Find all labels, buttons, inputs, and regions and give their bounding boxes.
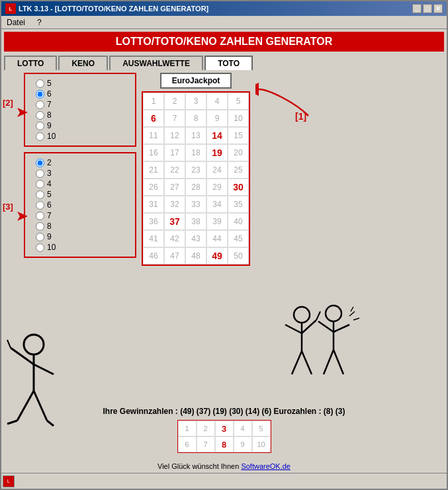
tab-bar: LOTTO KENO AUSWAHLWETTE TOTO [4, 56, 444, 70]
minimize-button[interactable]: _ [412, 4, 422, 13]
radio-g1-5[interactable] [36, 79, 44, 88]
radio-row-9: 9 [36, 120, 128, 131]
num-cell-10: 10 [228, 110, 249, 127]
radio-group-2: 2 3 4 5 6 7 [24, 152, 136, 258]
title-bar-buttons: _ □ ✕ [412, 4, 443, 13]
num-cell-11: 11 [143, 127, 164, 144]
euro-cell-5: 5 [252, 421, 271, 436]
radio-g2-4[interactable] [36, 180, 44, 188]
num-cell-43: 43 [185, 230, 206, 247]
radio-g1-6[interactable] [36, 90, 44, 99]
svg-line-24 [334, 350, 343, 374]
svg-line-8 [34, 391, 47, 421]
num-cell-35: 35 [228, 196, 249, 213]
radio-row-g2-4: 4 [36, 179, 128, 189]
euro-cell-9: 9 [234, 436, 252, 452]
num-cell-24: 24 [206, 161, 228, 179]
taskbar: L [1, 473, 447, 489]
right-panel: [1] [255, 73, 361, 403]
svg-line-10 [47, 421, 54, 426]
num-cell-23: 23 [185, 161, 206, 179]
euro-cell-7: 7 [197, 436, 215, 452]
center-panel: EuroJackpot 1234567891011121314151617181… [142, 73, 250, 403]
num-cell-5: 5 [228, 93, 249, 110]
radio-g2-7[interactable] [36, 212, 44, 220]
taskbar-icon[interactable]: L [3, 475, 15, 487]
num-cell-48: 48 [185, 247, 206, 265]
radio-row-5: 5 [36, 78, 128, 89]
svg-line-27 [351, 307, 353, 311]
radio-g2-8[interactable] [36, 222, 44, 231]
main-window: L LTK 3.13 - [LOTTO/TOTO/KENO ZAHLEN GEN… [0, 0, 448, 490]
num-cell-33: 33 [185, 196, 206, 213]
num-cell-4: 4 [206, 93, 228, 110]
radio-row-g2-6: 6 [36, 200, 128, 210]
svg-line-23 [324, 350, 334, 374]
euro-cell-1: 1 [178, 421, 197, 436]
radio-g1-7[interactable] [36, 101, 44, 109]
radio-row-g2-3: 3 [36, 168, 128, 179]
num-cell-1: 1 [143, 93, 164, 110]
num-cell-7: 7 [164, 110, 185, 127]
radio-g1-10[interactable] [36, 132, 44, 141]
num-cell-20: 20 [228, 144, 249, 161]
euro-cell-4: 4 [234, 421, 252, 436]
tab-auswahlwette[interactable]: AUSWAHLWETTE [109, 56, 203, 70]
num-cell-32: 32 [164, 196, 185, 213]
euro-cell-3: 3 [215, 421, 234, 436]
softwareok-link[interactable]: SoftwareOK.de [241, 462, 291, 470]
svg-point-12 [294, 307, 310, 323]
tab-keno[interactable]: KENO [58, 56, 108, 70]
radio-g1-9[interactable] [36, 122, 44, 130]
num-cell-50: 50 [228, 247, 249, 265]
gewinn-text: Ihre Gewinnzahlen : (49) (37) (19) (30) … [103, 407, 345, 416]
svg-line-9 [7, 421, 17, 424]
num-cell-39: 39 [206, 213, 228, 230]
close-button[interactable]: ✕ [433, 4, 443, 13]
num-cell-12: 12 [164, 127, 185, 144]
num-cell-22: 22 [164, 161, 185, 179]
label-2: [2] [3, 98, 13, 108]
label-1: [1] [295, 111, 306, 122]
svg-point-19 [326, 306, 341, 321]
radio-g2-5[interactable] [36, 190, 44, 199]
num-cell-42: 42 [164, 230, 185, 247]
svg-line-5 [7, 340, 11, 348]
tab-lotto[interactable]: LOTTO [4, 56, 57, 70]
svg-line-6 [34, 364, 54, 374]
svg-line-26 [353, 318, 359, 320]
num-cell-9: 9 [206, 110, 228, 127]
menu-datei[interactable]: Datei [4, 18, 28, 27]
num-cell-27: 27 [164, 179, 185, 196]
main-number-grid: 1234567891011121314151617181920212223242… [142, 91, 250, 266]
menu-bar: Datei ? [1, 16, 447, 29]
radio-row-g2-5: 5 [36, 189, 128, 200]
num-cell-2: 2 [164, 93, 185, 110]
num-cell-21: 21 [143, 161, 164, 179]
num-cell-38: 38 [185, 213, 206, 230]
num-cell-40: 40 [228, 213, 249, 230]
radio-g2-9[interactable] [36, 233, 44, 241]
window-icon: L [5, 3, 16, 14]
euro-cell-2: 2 [197, 421, 215, 436]
maximize-button[interactable]: □ [423, 4, 432, 13]
radio-g1-8[interactable] [36, 111, 44, 120]
svg-line-4 [11, 348, 34, 364]
radio-g2-3[interactable] [36, 169, 44, 178]
arrow-3-icon [15, 210, 28, 223]
window-title: LTK 3.13 - [LOTTO/TOTO/KENO ZAHLEN GENER… [19, 5, 208, 13]
num-cell-31: 31 [143, 196, 164, 213]
radio-g2-2[interactable] [36, 159, 44, 167]
radio-row-g2-10: 10 [36, 242, 128, 253]
content-area: LOTTO/TOTO/KENO ZAHLEN GENERATOR LOTTO K… [1, 29, 447, 473]
euro-number-grid: 12345678910 [177, 420, 271, 453]
svg-line-18 [316, 311, 320, 320]
radio-g2-6[interactable] [36, 201, 44, 210]
menu-help[interactable]: ? [34, 18, 44, 27]
radio-g2-10[interactable] [36, 243, 44, 252]
radio-row-10: 10 [36, 131, 128, 142]
radio-row-6: 6 [36, 89, 128, 99]
svg-marker-0 [17, 108, 28, 117]
tab-toto[interactable]: TOTO [204, 56, 253, 70]
radio-row-7: 7 [36, 99, 128, 110]
